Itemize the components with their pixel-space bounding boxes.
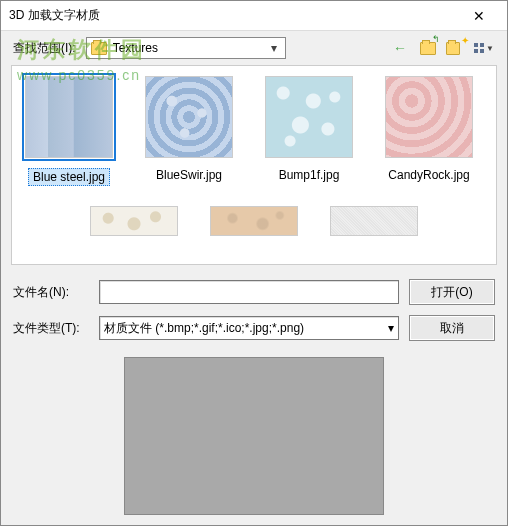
toolbar: 查找范围(I): Textures ▾ ← ↰ ✦ ▼ (1, 31, 507, 65)
file-list-panel[interactable]: Blue steel.jpgBlueSwir.jpgBump1f.jpgCand… (11, 65, 497, 265)
window-title: 3D 加载文字材质 (9, 7, 459, 24)
file-thumbnail[interactable]: Bump1f.jpg (258, 76, 360, 186)
chevron-down-icon: ▾ (267, 41, 281, 55)
thumbnail-image (90, 206, 178, 236)
back-button[interactable]: ← (389, 37, 411, 59)
file-thumbnail[interactable]: BlueSwir.jpg (138, 76, 240, 186)
file-thumbnail[interactable] (83, 206, 185, 236)
thumbnail-image (330, 206, 418, 236)
thumbnail-label: Blue steel.jpg (28, 168, 110, 186)
filename-label: 文件名(N): (13, 284, 89, 301)
thumbnail-label: BlueSwir.jpg (156, 168, 222, 182)
arrow-left-icon: ← (393, 40, 407, 56)
thumbnail-image (145, 76, 233, 158)
filetype-combo[interactable]: 材质文件 (*.bmp;*.gif;*.ico;*.jpg;*.png) ▾ (99, 316, 399, 340)
new-folder-button[interactable]: ✦ (445, 37, 467, 59)
thumbnail-label: Bump1f.jpg (279, 168, 340, 182)
chevron-down-icon: ▾ (388, 321, 394, 335)
thumbnail-image (385, 76, 473, 158)
chevron-down-icon: ▼ (486, 44, 494, 53)
filetype-value: 材质文件 (*.bmp;*.gif;*.ico;*.jpg;*.png) (104, 320, 388, 337)
filename-input[interactable] (99, 280, 399, 304)
file-thumbnail[interactable]: CandyRock.jpg (378, 76, 480, 186)
view-menu-button[interactable]: ▼ (473, 37, 495, 59)
grid-icon (474, 43, 484, 53)
up-arrow-icon: ↰ (432, 34, 440, 44)
close-button[interactable]: ✕ (459, 8, 499, 24)
file-dialog: 3D 加载文字材质 ✕ 查找范围(I): Textures ▾ ← ↰ ✦ ▼ … (0, 0, 508, 526)
preview-pane (124, 357, 384, 515)
file-thumbnail[interactable] (203, 206, 305, 236)
filetype-label: 文件类型(T): (13, 320, 89, 337)
thumbnail-image (265, 76, 353, 158)
form-area: 文件名(N): 打开(O) 文件类型(T): 材质文件 (*.bmp;*.gif… (1, 271, 507, 349)
scope-label: 查找范围(I): (13, 40, 76, 57)
folder-name: Textures (113, 41, 267, 55)
file-thumbnail[interactable] (323, 206, 425, 236)
open-button[interactable]: 打开(O) (409, 279, 495, 305)
up-one-level-button[interactable]: ↰ (417, 37, 439, 59)
thumbnail-image (210, 206, 298, 236)
thumbnail-label: CandyRock.jpg (388, 168, 469, 182)
thumbnail-image (25, 76, 113, 158)
sparkle-icon: ✦ (461, 35, 469, 46)
file-thumbnail[interactable]: Blue steel.jpg (18, 76, 120, 186)
cancel-button[interactable]: 取消 (409, 315, 495, 341)
folder-icon (446, 42, 460, 55)
folder-icon (91, 42, 107, 55)
folder-combo[interactable]: Textures ▾ (86, 37, 286, 59)
titlebar: 3D 加载文字材质 ✕ (1, 1, 507, 31)
